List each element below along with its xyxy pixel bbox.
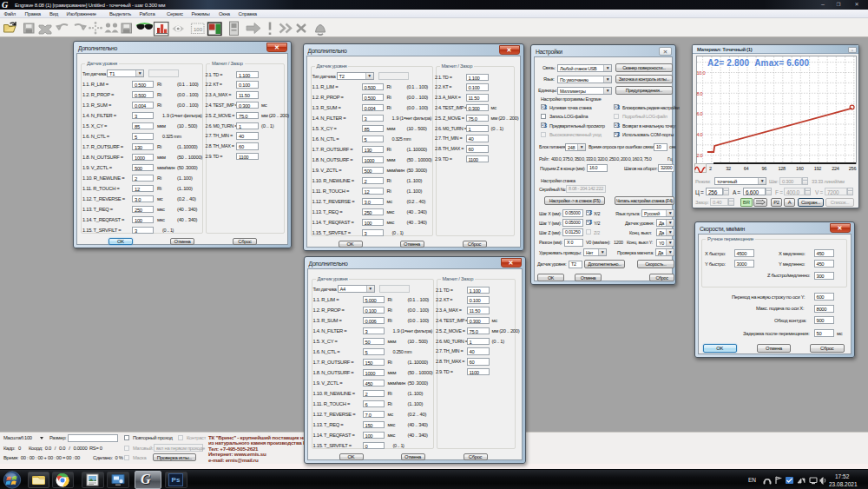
svg-text:100: 100 <box>194 27 203 32</box>
